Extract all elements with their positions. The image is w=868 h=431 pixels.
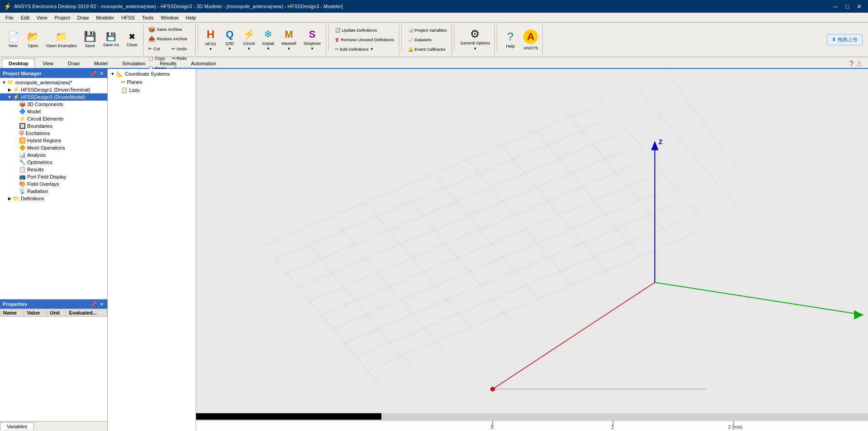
expand-arrow-defs: ▶ — [6, 196, 13, 201]
menu-help[interactable]: Help — [182, 14, 200, 21]
tab-desktop[interactable]: Desktop — [2, 58, 35, 68]
properties-close-button[interactable]: ✕ — [99, 301, 105, 307]
menu-modeler[interactable]: Modeler — [92, 14, 118, 21]
ansys-button[interactable]: A ANSYS — [521, 24, 541, 55]
tree-item-hfssdesign3[interactable]: ▼ ⚡ HFSSDesign3 (DrivenModal) — [0, 93, 107, 101]
general-options-button[interactable]: ⚙ General Options ▼ — [458, 24, 493, 55]
expand-arrow-field — [13, 182, 19, 186]
hfssdesign3-label: HFSSDesign3 (DrivenModal) — [21, 94, 85, 100]
help-button[interactable]: ? Help — [501, 24, 520, 55]
close-button[interactable]: ✖ Close — [122, 24, 141, 55]
planes-item[interactable]: ✏ Planes — [109, 78, 195, 86]
maximize-button[interactable]: □ — [842, 2, 853, 11]
tab-results[interactable]: Results — [153, 58, 183, 68]
cut-button[interactable]: ✂ Cut — [145, 44, 168, 53]
tree-item-excitations[interactable]: ⦿ Excitations — [0, 130, 107, 137]
remove-unused-definitions-button[interactable]: 🗑 Remove Unused Definitions — [332, 35, 397, 44]
app-icon: ⚡ — [4, 3, 11, 10]
properties-pin-button[interactable]: 📌 — [90, 301, 98, 307]
expand-arrow-excitations — [13, 131, 19, 136]
restore-archive-button[interactable]: 📤 Restore Archive — [145, 34, 190, 43]
tab-view[interactable]: View — [36, 58, 60, 68]
simplorer-button[interactable]: S Simplorer ▼ — [300, 24, 324, 55]
menu-file[interactable]: File — [2, 14, 17, 21]
tree-item-hybrid-regions[interactable]: 🔀 Hybrid Regions — [0, 137, 107, 144]
lists-item[interactable]: 📋 Lists — [109, 86, 195, 94]
tab-simulation[interactable]: Simulation — [115, 58, 152, 68]
menu-window[interactable]: Window — [157, 14, 182, 21]
tab-model[interactable]: Model — [87, 58, 115, 68]
project-manager: Project Manager 📌 ✕ ▼ 📁 monopole_antenna… — [0, 69, 107, 300]
icepak-arrow: ▼ — [267, 47, 270, 51]
q3d-button[interactable]: Q Q3D ▼ — [221, 24, 239, 55]
icepak-button[interactable]: ❄ Icepak ▼ — [259, 24, 278, 55]
svg-text:1: 1 — [611, 425, 614, 430]
open-examples-button[interactable]: 📁 Open Examples — [43, 24, 80, 55]
titlebar-controls: ─ □ ✕ — [830, 2, 864, 11]
new-button[interactable]: 📄 New — [4, 24, 23, 55]
tabbar: Desktop View Draw Model Simulation Resul… — [0, 57, 868, 69]
warning-status-icon[interactable]: ⚠ — [856, 59, 863, 68]
upload-label: 拖拽上传 — [838, 36, 858, 43]
open-examples-icon: 📁 — [55, 32, 67, 42]
project-manager-pin-button[interactable]: 📌 — [90, 71, 98, 77]
project-icon: 📁 — [7, 79, 14, 86]
optimetrics-label: Optimetrics — [27, 160, 53, 165]
model-icon: 🔷 — [19, 108, 26, 115]
project-variables-button[interactable]: 📊 Project Variables — [405, 25, 450, 34]
tree-item-results[interactable]: 📋 Results — [0, 166, 107, 173]
question-status-icon[interactable]: ? — [849, 60, 854, 68]
menu-view[interactable]: View — [33, 14, 51, 21]
tab-draw[interactable]: Draw — [61, 58, 86, 68]
project-name: monopole_antenna(new)* — [15, 80, 72, 85]
tree-item-analysis[interactable]: 📊 Analysis — [0, 151, 107, 159]
tree-item-mesh-operations[interactable]: 🔶 Mesh Operations — [0, 144, 107, 151]
update-definitions-button[interactable]: 🔄 Update Definitions — [332, 25, 380, 34]
datasets-button[interactable]: 📈 Datasets — [405, 35, 435, 44]
project-manager-close-button[interactable]: ✕ — [99, 71, 105, 77]
event-callbacks-button[interactable]: 🔔 Event Callbacks — [405, 44, 448, 53]
tree-item-hfssdesign1[interactable]: ▶ ⚡ HFSSDesign1 (DrivenTerminal) — [0, 86, 107, 93]
menu-draw[interactable]: Draw — [74, 14, 93, 21]
coord-systems-item[interactable]: ▼ 📐 Coordinate Systems — [109, 70, 195, 78]
properties-header: Properties 📌 ✕ — [0, 300, 107, 309]
menu-edit[interactable]: Edit — [17, 14, 33, 21]
edit-definitions-button[interactable]: ✏ Edit Definitions ▼ — [332, 44, 376, 53]
ansys-label: ANSYS — [523, 45, 538, 50]
tree-item-boundaries[interactable]: 🔲 Boundaries — [0, 122, 107, 130]
planes-icon: ✏ — [121, 79, 125, 85]
edit-definitions-arrow: ▼ — [370, 47, 374, 51]
circuit-button[interactable]: ⚡ Circuit ▼ — [240, 24, 258, 55]
undo-button[interactable]: ↩ Undo — [169, 44, 190, 53]
svg-text:2 (mm): 2 (mm) — [728, 425, 743, 430]
upload-button[interactable]: ⬆ 拖拽上传 — [827, 34, 863, 45]
maxwell-button[interactable]: M Maxwell ▼ — [278, 24, 300, 55]
tree-item-model[interactable]: 🔷 Model — [0, 108, 107, 115]
tree-item-port-field-display[interactable]: 📺 Port Field Display — [0, 173, 107, 180]
save-as-button[interactable]: 💾 Save As — [101, 24, 122, 55]
menu-project[interactable]: Project — [51, 14, 73, 21]
close-window-button[interactable]: ✕ — [854, 2, 864, 11]
viewport-3d[interactable]: Z 0 1 2 (mm) — [196, 69, 868, 431]
tree-item-3d-components[interactable]: 📦 3D Components — [0, 101, 107, 108]
tree-item-field-overlays[interactable]: 🎨 Field Overlays — [0, 180, 107, 188]
tab-automation[interactable]: Automation — [184, 58, 223, 68]
expand-arrow-3d — [13, 102, 19, 107]
save-button[interactable]: 💾 Save — [81, 24, 100, 55]
hfssdesign3-icon: ⚡ — [13, 94, 19, 100]
expand-arrow-boundaries — [13, 124, 19, 128]
icepak-label: Icepak — [262, 41, 274, 46]
tree-item-definitions[interactable]: ▶ 📁 Definitions — [0, 195, 107, 202]
hfss-button[interactable]: H HFSS ▼ — [201, 24, 220, 55]
tree-item-project[interactable]: ▼ 📁 monopole_antenna(new)* — [0, 79, 107, 86]
save-archive-button[interactable]: 📦 Save Archive — [145, 24, 190, 34]
minimize-button[interactable]: ─ — [830, 2, 841, 11]
menu-hfss[interactable]: HFSS — [118, 14, 138, 21]
datasets-icon: 📈 — [408, 37, 413, 42]
open-button[interactable]: 📂 Open — [24, 24, 43, 55]
tree-item-circuit-elements[interactable]: ⚡ Circuit Elements — [0, 115, 107, 122]
tree-item-radiation[interactable]: 📡 Radiation — [0, 188, 107, 195]
menu-tools[interactable]: Tools — [138, 14, 157, 21]
variables-tab[interactable]: Variables — [0, 422, 34, 430]
tree-item-optimetrics[interactable]: 🔧 Optimetrics — [0, 159, 107, 166]
